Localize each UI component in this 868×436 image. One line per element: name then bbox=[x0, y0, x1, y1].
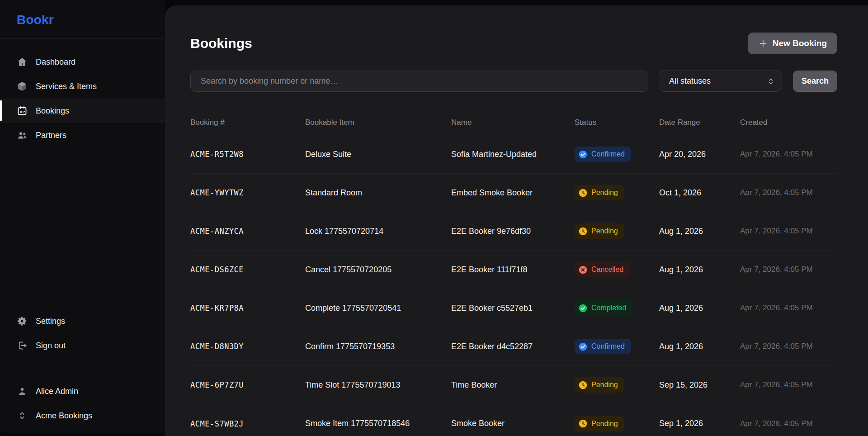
cell-created: Apr 7, 2026, 4:05 PM bbox=[740, 380, 837, 389]
cell-booking-number: ACME-YWYTWZ bbox=[190, 188, 305, 197]
x-circle-icon bbox=[579, 265, 587, 274]
cell-bookable-item: Standard Room bbox=[305, 188, 451, 198]
column-header-status: Status bbox=[575, 118, 659, 127]
table-row[interactable]: ACME-6P7Z7U Time Slot 1775570719013 Time… bbox=[190, 366, 837, 404]
cell-name: E2E Booker c5527eb1 bbox=[451, 303, 575, 313]
cell-date-range: Aug 1, 2026 bbox=[659, 303, 740, 313]
status-badge-label: Pending bbox=[591, 227, 618, 235]
gear-icon bbox=[17, 316, 28, 327]
chevron-up-down-icon bbox=[17, 410, 28, 421]
user-menu[interactable]: Alice Admin bbox=[0, 379, 165, 403]
home-icon bbox=[17, 57, 28, 67]
cell-status: Pending bbox=[575, 377, 659, 393]
status-badge-label: Confirmed bbox=[591, 342, 625, 351]
cell-booking-number: ACME-ANZYCA bbox=[190, 227, 305, 236]
table-row[interactable]: ACME-S7WB2J Smoke Item 1775570718546 Smo… bbox=[190, 404, 837, 436]
sidebar-item-label: Settings bbox=[36, 317, 65, 326]
status-badge: Completed bbox=[575, 300, 632, 316]
column-header-created: Created bbox=[740, 118, 837, 127]
column-header-booking: Booking # bbox=[190, 118, 305, 127]
cell-status: Confirmed bbox=[575, 339, 659, 354]
logo-block: Bookr bbox=[0, 0, 165, 39]
cell-name: Sofia Martinez-Updated bbox=[451, 150, 575, 159]
status-badge-label: Pending bbox=[591, 420, 618, 428]
sidebar-item-services-items[interactable]: Services & Items bbox=[0, 74, 165, 99]
table-row[interactable]: ACME-R5T2W8 Deluxe Suite Sofia Martinez-… bbox=[190, 135, 837, 174]
status-badge: Pending bbox=[575, 223, 624, 239]
chevron-up-down-icon bbox=[766, 77, 775, 86]
cell-created: Apr 7, 2026, 4:05 PM bbox=[740, 227, 837, 236]
sidebar-item-dashboard[interactable]: Dashboard bbox=[0, 50, 165, 74]
user-name: Alice Admin bbox=[36, 387, 78, 396]
person-icon bbox=[17, 386, 28, 397]
column-header-bookable-item: Bookable Item bbox=[305, 118, 451, 127]
cell-date-range: Sep 15, 2026 bbox=[659, 380, 740, 390]
check-circle-icon bbox=[579, 150, 587, 159]
cell-booking-number: ACME-R5T2W8 bbox=[190, 150, 305, 159]
cell-status: Pending bbox=[575, 416, 659, 431]
cell-status: Cancelled bbox=[575, 262, 659, 277]
org-name: Acme Bookings bbox=[36, 411, 92, 421]
sidebar-item-settings[interactable]: Settings bbox=[0, 309, 165, 333]
clock-icon bbox=[579, 227, 587, 236]
new-booking-button[interactable]: New Booking bbox=[748, 33, 837, 54]
status-filter-select[interactable]: All statuses bbox=[659, 71, 782, 92]
cell-status: Completed bbox=[575, 300, 659, 316]
clock-icon bbox=[579, 381, 587, 389]
sidebar-item-partners[interactable]: Partners bbox=[0, 123, 165, 147]
cell-name: E2E Booker d4c52287 bbox=[451, 342, 575, 351]
badge-check-icon bbox=[579, 304, 587, 313]
cell-name: E2E Booker 9e76df30 bbox=[451, 227, 575, 236]
cell-created: Apr 7, 2026, 4:05 PM bbox=[740, 419, 837, 428]
box-icon bbox=[17, 81, 28, 92]
sidebar-nav: Dashboard Services & Items Bookings Part… bbox=[0, 39, 165, 147]
sidebar-item-label: Dashboard bbox=[36, 57, 75, 67]
cell-date-range: Aug 1, 2026 bbox=[659, 265, 740, 275]
cell-booking-number: ACME-DS6ZCE bbox=[190, 265, 305, 274]
status-badge-label: Pending bbox=[591, 189, 618, 197]
cell-name: E2E Booker 111f71f8 bbox=[451, 265, 575, 275]
sidebar-item-label: Bookings bbox=[36, 106, 69, 116]
page-title: Bookings bbox=[190, 35, 252, 52]
cell-date-range: Aug 1, 2026 bbox=[659, 227, 740, 236]
calendar-icon bbox=[17, 105, 28, 116]
clock-icon bbox=[579, 189, 587, 197]
status-badge-label: Pending bbox=[591, 381, 618, 389]
check-circle-icon bbox=[579, 342, 587, 351]
table-row[interactable]: ACME-DS6ZCE Cancel 1775570720205 E2E Boo… bbox=[190, 251, 837, 289]
main-header: Bookings New Booking bbox=[190, 33, 837, 54]
search-input[interactable] bbox=[190, 71, 648, 92]
cell-bookable-item: Confirm 1775570719353 bbox=[305, 342, 451, 351]
status-badge: Confirmed bbox=[575, 147, 631, 162]
cell-bookable-item: Smoke Item 1775570718546 bbox=[305, 419, 451, 428]
table-row[interactable]: ACME-D8N3DY Confirm 1775570719353 E2E Bo… bbox=[190, 327, 837, 366]
cell-created: Apr 7, 2026, 4:05 PM bbox=[740, 150, 837, 159]
plus-icon bbox=[758, 38, 768, 48]
cell-bookable-item: Lock 1775570720714 bbox=[305, 227, 451, 236]
cell-date-range: Sep 1, 2026 bbox=[659, 419, 740, 428]
cell-created: Apr 7, 2026, 4:05 PM bbox=[740, 342, 837, 351]
sidebar-item-label: Partners bbox=[36, 131, 66, 140]
status-badge-label: Cancelled bbox=[591, 265, 623, 274]
cell-name: Smoke Booker bbox=[451, 419, 575, 428]
table-header-row: Booking #Bookable ItemNameStatusDate Ran… bbox=[190, 110, 837, 135]
column-header-name: Name bbox=[451, 118, 575, 127]
sidebar-item-sign-out[interactable]: Sign out bbox=[0, 333, 165, 358]
search-button[interactable]: Search bbox=[793, 71, 837, 92]
users-icon bbox=[17, 130, 28, 141]
table-row[interactable]: ACME-YWYTWZ Standard Room Embed Smoke Bo… bbox=[190, 174, 837, 212]
org-switcher[interactable]: Acme Bookings bbox=[0, 403, 165, 428]
table-row[interactable]: ACME-ANZYCA Lock 1775570720714 E2E Booke… bbox=[190, 212, 837, 251]
sidebar-item-bookings[interactable]: Bookings bbox=[0, 99, 165, 123]
table-row[interactable]: ACME-KR7P8A Complete 1775570720541 E2E B… bbox=[190, 289, 837, 327]
cell-date-range: Apr 20, 2026 bbox=[659, 150, 740, 159]
sidebar-footer-nav: Settings Sign out bbox=[0, 298, 165, 358]
cell-name: Time Booker bbox=[451, 380, 575, 390]
cell-bookable-item: Deluxe Suite bbox=[305, 150, 451, 159]
status-badge-label: Confirmed bbox=[591, 150, 625, 158]
clock-icon bbox=[579, 419, 587, 428]
status-badge-label: Completed bbox=[591, 304, 626, 312]
status-badge: Pending bbox=[575, 185, 624, 200]
sidebar-item-label: Sign out bbox=[36, 341, 66, 351]
cell-bookable-item: Cancel 1775570720205 bbox=[305, 265, 451, 275]
